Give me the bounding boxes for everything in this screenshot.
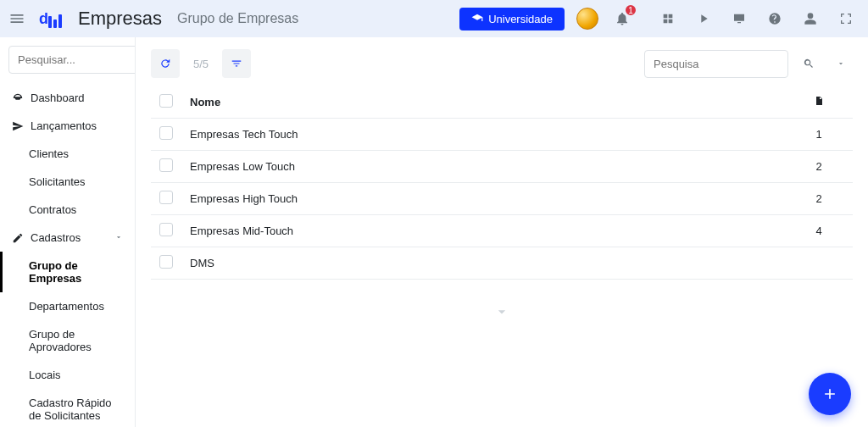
row-checkbox[interactable]: [159, 126, 173, 140]
refresh-button[interactable]: [151, 49, 180, 78]
select-all-checkbox[interactable]: [159, 94, 173, 108]
record-count: 5/5: [188, 58, 214, 70]
main-content: 5/5 Nome: [136, 37, 868, 427]
row-checkbox[interactable]: [159, 191, 173, 204]
coin-icon[interactable]: [576, 8, 598, 30]
play-icon[interactable]: [697, 12, 710, 25]
logo: d: [39, 10, 63, 28]
university-button-label: Universidade: [488, 13, 553, 25]
row-name: Empresas High Touch: [181, 183, 785, 215]
search-dropdown[interactable]: [829, 52, 853, 75]
topbar: d Empresas Grupo de Empresas Universidad…: [0, 0, 868, 37]
nav-lancamentos[interactable]: Lançamentos: [0, 112, 135, 140]
nav-cadastro-rapido[interactable]: Cadastro Rápido de Solicitantes: [0, 389, 135, 427]
hamburger-menu[interactable]: [3, 5, 31, 32]
nav-clientes[interactable]: Clientes: [0, 140, 135, 168]
nav-cadastros[interactable]: Cadastros: [0, 224, 135, 252]
row-name: Empresas Mid-Touch: [181, 215, 785, 247]
nav-dashboard[interactable]: Dashboard: [0, 84, 135, 112]
expand-more[interactable]: [151, 303, 853, 323]
table-row[interactable]: Empresas Tech Touch1: [151, 119, 853, 151]
nav-cadastros-label: Cadastros: [31, 231, 81, 244]
notifications-button[interactable]: 1: [610, 7, 634, 30]
row-name: DMS: [181, 247, 785, 280]
table-row[interactable]: Empresas Mid-Touch4: [151, 215, 853, 247]
top-icons: [661, 12, 861, 25]
row-count: [785, 247, 853, 280]
help-icon[interactable]: [768, 12, 782, 25]
fullscreen-icon[interactable]: [839, 12, 853, 25]
filter-button[interactable]: [222, 49, 251, 78]
table-search-input[interactable]: [644, 50, 788, 78]
nav-locais[interactable]: Locais: [0, 361, 135, 389]
user-icon[interactable]: [804, 12, 817, 25]
monitor-icon[interactable]: [732, 12, 746, 25]
page-title: Empresas: [78, 8, 162, 30]
nav-grupo-empresas[interactable]: Grupo de Empresas: [0, 252, 135, 292]
row-count: 2: [785, 183, 853, 215]
row-name: Empresas Low Touch: [181, 151, 785, 183]
sidebar-search-input[interactable]: [8, 46, 136, 74]
row-name: Empresas Tech Touch: [181, 119, 785, 151]
search-icon[interactable]: [797, 52, 821, 75]
th-name[interactable]: Nome: [181, 86, 785, 119]
row-count: 2: [785, 151, 853, 183]
table-row[interactable]: DMS: [151, 247, 853, 280]
page-subtitle: Grupo de Empresas: [177, 11, 298, 26]
nav-contratos[interactable]: Contratos: [0, 196, 135, 224]
table-row[interactable]: Empresas High Touch2: [151, 183, 853, 215]
nav-grupo-aprovadores[interactable]: Grupo de Aprovadores: [0, 320, 135, 361]
row-checkbox[interactable]: [159, 223, 173, 236]
th-count-icon[interactable]: [785, 86, 853, 119]
table-row[interactable]: Empresas Low Touch2: [151, 151, 853, 183]
nav-lancamentos-label: Lançamentos: [31, 119, 97, 132]
th-checkbox: [151, 86, 181, 119]
nav-departamentos[interactable]: Departamentos: [0, 292, 135, 320]
university-button[interactable]: Universidade: [459, 8, 565, 30]
row-count: 4: [785, 215, 853, 247]
row-checkbox[interactable]: [159, 158, 173, 172]
notification-badge: 1: [624, 3, 637, 17]
toolbar: 5/5: [151, 49, 853, 78]
data-table: Nome Empresas Tech Touch1Empresas Low To…: [151, 86, 853, 280]
apps-icon[interactable]: [661, 12, 675, 25]
row-count: 1: [785, 119, 853, 151]
add-button[interactable]: [809, 373, 851, 415]
nav-dashboard-label: Dashboard: [31, 92, 85, 104]
chevron-down-icon: [114, 231, 123, 244]
nav-solicitantes[interactable]: Solicitantes: [0, 168, 135, 196]
sidebar: Dashboard Lançamentos Clientes Solicitan…: [0, 37, 136, 427]
row-checkbox[interactable]: [159, 255, 173, 269]
